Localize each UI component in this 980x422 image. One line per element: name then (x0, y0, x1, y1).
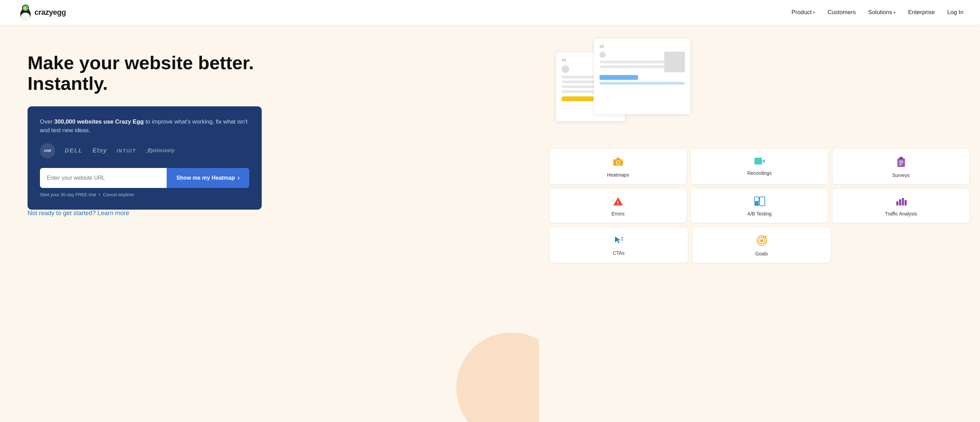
dell-logo: DELL (65, 148, 83, 154)
logo-icon: G (16, 3, 35, 21)
svg-rect-14 (899, 157, 903, 159)
camera-icon (612, 157, 624, 169)
surveys-label: Surveys (892, 173, 910, 178)
feature-card-ab-testing[interactable]: A/B Testing (691, 189, 828, 223)
warning-icon: ! (612, 197, 624, 208)
svg-point-8 (617, 161, 619, 164)
feature-grid-row1: Heatmaps Recordings (549, 149, 970, 184)
svg-rect-11 (754, 158, 762, 165)
ab-testing-label: A/B Testing (747, 211, 772, 216)
heatmaps-label: Heatmaps (607, 172, 629, 178)
logo-text: crazyegg (35, 8, 66, 17)
svg-rect-24 (899, 199, 901, 206)
mock-line (562, 81, 597, 83)
feature-card-ctas[interactable]: CTAs (549, 227, 688, 263)
cnet-logo: cnet (40, 143, 55, 158)
nav-links: Product ▾ Customers Solutions ▾ Enterpri… (792, 9, 964, 16)
svg-point-31 (760, 239, 763, 242)
right-content: v1 v2 (549, 32, 970, 263)
feature-card-recordings[interactable]: Recordings (691, 149, 828, 184)
right-panel: v1 v2 (539, 25, 980, 422)
feature-grid-row2: ! Errors A/B Testing (549, 189, 970, 223)
video-icon (754, 157, 765, 167)
chevron-down-icon: ▾ (894, 10, 896, 15)
v2-label: v2 (600, 44, 685, 48)
recordings-label: Recordings (747, 170, 772, 176)
svg-point-5 (21, 13, 30, 21)
hero-description: Over 300,000 websites use Crazy Egg to i… (40, 117, 249, 135)
ab-test-mockup: v1 v2 (549, 32, 970, 142)
svg-rect-20 (754, 197, 759, 201)
errors-label: Errors (612, 211, 625, 216)
intuit-logo: INTUIT (116, 148, 136, 154)
chevron-down-icon: ▾ (813, 10, 815, 15)
svg-rect-25 (902, 198, 904, 206)
mock-cta-button (562, 97, 593, 101)
page-wrapper: Make your website better. Instantly. Ove… (0, 25, 980, 422)
ab-testing-icon (754, 197, 765, 208)
learn-more-link[interactable]: Not ready to get started? Learn more (27, 209, 129, 216)
feature-card-goals[interactable]: Goals (692, 227, 831, 263)
mock-line-blue (600, 82, 685, 85)
etsy-logo: Etsy (92, 147, 107, 154)
feature-card-heatmaps[interactable]: Heatmaps (549, 149, 687, 184)
show-heatmap-button[interactable]: Show me my Heatmap › (167, 168, 249, 188)
mock-circle-2 (600, 52, 606, 58)
hero-headline: Make your website better. Instantly. (27, 52, 518, 94)
svg-rect-9 (616, 158, 620, 160)
feature-card-traffic-analysis[interactable]: Traffic Analysis (832, 189, 970, 223)
logo[interactable]: G crazyegg (16, 3, 66, 21)
feature-grid-row3: CTAs Goals (549, 227, 831, 263)
svg-line-32 (763, 236, 764, 238)
svg-text:G: G (24, 6, 27, 10)
partner-logos: cnet DELL Etsy INTUIT ⺙ptimizely (40, 143, 249, 158)
navbar: G crazyegg Product ▾ Customers Solutions… (0, 0, 980, 25)
nav-solutions[interactable]: Solutions ▾ (868, 9, 896, 16)
nav-customers[interactable]: Customers (827, 9, 856, 16)
website-url-input[interactable] (40, 168, 167, 188)
mock-line (562, 90, 597, 93)
chart-icon (896, 197, 907, 208)
goals-label: Goals (755, 251, 768, 257)
svg-rect-26 (905, 200, 907, 206)
svg-rect-22 (760, 197, 765, 206)
feature-card-surveys[interactable]: Surveys (832, 149, 970, 184)
ctas-label: CTAs (613, 250, 625, 256)
mock-circle-1 (562, 65, 569, 73)
svg-point-10 (621, 160, 622, 161)
nav-product[interactable]: Product ▾ (792, 9, 815, 16)
trial-info: Start your 30-day FREE trial • Cancel an… (40, 192, 249, 197)
cursor-icon (614, 235, 624, 247)
target-icon (756, 235, 767, 247)
clipboard-icon (896, 157, 906, 169)
traffic-analysis-label: Traffic Analysis (885, 211, 917, 216)
hero-cta-box: Over 300,000 websites use Crazy Egg to i… (27, 106, 262, 209)
mock-line (600, 60, 668, 63)
hero-section: Make your website better. Instantly. Ove… (0, 25, 539, 422)
nav-login-button[interactable]: Log In (947, 9, 964, 16)
optimizely-logo: ⺙ptimizely (146, 148, 175, 154)
mock-image (664, 52, 685, 72)
nav-enterprise[interactable]: Enterprise (908, 9, 935, 16)
arrow-icon: › (238, 174, 240, 181)
mock-cta-button-2 (600, 75, 638, 80)
svg-rect-23 (896, 201, 898, 206)
svg-rect-21 (754, 202, 759, 206)
mockup-v2: v2 (594, 38, 690, 114)
feature-card-errors[interactable]: ! Errors (549, 189, 687, 223)
svg-text:!: ! (617, 200, 619, 206)
svg-marker-12 (762, 159, 765, 163)
url-input-row: Show me my Heatmap › (40, 168, 249, 188)
